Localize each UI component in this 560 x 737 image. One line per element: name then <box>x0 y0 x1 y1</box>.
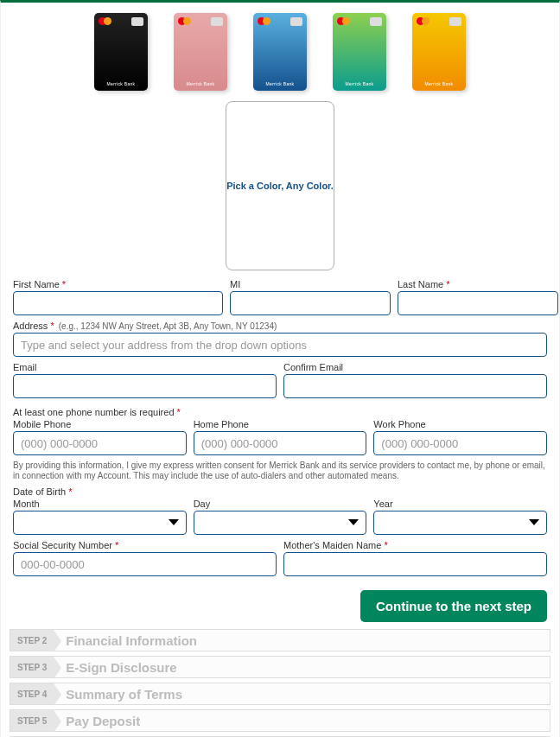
address-label: Address * (e.g., 1234 NW Any Street, Apt… <box>13 321 547 331</box>
mastercard-icon <box>337 17 350 25</box>
work-phone-label: Work Phone <box>373 419 547 429</box>
card-option-orange[interactable]: Merrick Bank <box>412 13 466 91</box>
card-bank-label: Merrick Bank <box>253 81 307 86</box>
ssn-label: Social Security Number * <box>13 540 277 550</box>
card-option-pink[interactable]: Merrick Bank <box>174 13 227 91</box>
confirm-email-input[interactable] <box>283 374 547 398</box>
card-bank-label: Merrick Bank <box>174 81 227 86</box>
year-label: Year <box>373 499 547 509</box>
mastercard-icon <box>417 17 430 25</box>
step-tag: STEP 5 <box>10 710 54 731</box>
day-label: Day <box>194 499 367 509</box>
home-phone-input[interactable] <box>194 431 367 455</box>
last-name-input[interactable] <box>398 291 558 315</box>
step-pay-deposit[interactable]: STEP 5 Pay Deposit <box>10 709 550 732</box>
mobile-phone-input[interactable] <box>13 431 187 455</box>
step-title: Summary of Terms <box>66 687 182 702</box>
card-preview-placeholder: Pick a Color, Any Color. <box>226 101 334 270</box>
card-option-blue[interactable]: Merrick Bank <box>253 13 307 91</box>
card-color-options: Merrick Bank Merrick Bank Merrick Bank M… <box>1 3 559 98</box>
card-bank-label: Merrick Bank <box>333 81 386 86</box>
confirm-email-label: Confirm Email <box>283 362 547 372</box>
card-option-black[interactable]: Merrick Bank <box>94 13 148 91</box>
email-label: Email <box>13 362 277 372</box>
consent-note: By providing this information, I give my… <box>13 461 547 481</box>
home-phone-label: Home Phone <box>194 419 367 429</box>
step-title: Pay Deposit <box>66 714 140 728</box>
month-select[interactable] <box>13 511 187 535</box>
ssn-input[interactable] <box>13 552 277 576</box>
card-bank-label: Merrick Bank <box>94 81 148 86</box>
last-name-label: Last Name * <box>398 279 558 289</box>
step-financial-information[interactable]: STEP 2 Financial Information <box>10 629 550 651</box>
step-tag: STEP 4 <box>10 683 54 704</box>
step-title: E-Sign Disclosure <box>66 660 176 675</box>
work-phone-input[interactable] <box>373 431 547 455</box>
personal-info-form: First Name * MI Last Name * Suffix Addre… <box>1 279 559 576</box>
continue-button[interactable]: Continue to the next step <box>360 590 547 622</box>
step-title: Financial Information <box>66 633 197 648</box>
address-input[interactable] <box>13 333 547 357</box>
card-bank-label: Merrick Bank <box>412 81 466 86</box>
step-esign-disclosure[interactable]: STEP 3 E-Sign Disclosure <box>10 656 550 678</box>
month-label: Month <box>13 499 187 509</box>
chip-icon <box>211 17 223 26</box>
chip-icon <box>131 17 143 26</box>
chip-icon <box>370 17 382 26</box>
step-tag: STEP 3 <box>10 657 54 677</box>
dob-label: Date of Birth * <box>13 486 547 497</box>
chip-icon <box>290 17 302 26</box>
step-summary-of-terms[interactable]: STEP 4 Summary of Terms <box>10 683 550 705</box>
mastercard-icon <box>178 17 191 25</box>
mi-label: MI <box>230 279 391 289</box>
mi-input[interactable] <box>230 291 391 315</box>
mmn-input[interactable] <box>283 552 547 576</box>
steps-nav: STEP 2 Financial Information STEP 3 E-Si… <box>1 629 559 737</box>
mastercard-icon <box>258 17 270 25</box>
chip-icon <box>449 17 461 26</box>
first-name-label: First Name * <box>13 279 223 289</box>
day-select[interactable] <box>194 511 367 535</box>
step-tag: STEP 2 <box>10 630 54 651</box>
phone-required-note: At least one phone number is required * <box>13 407 547 417</box>
mobile-phone-label: Mobile Phone <box>13 419 187 429</box>
card-option-green[interactable]: Merrick Bank <box>333 13 386 91</box>
first-name-input[interactable] <box>13 291 223 315</box>
mastercard-icon <box>99 17 111 25</box>
year-select[interactable] <box>373 511 547 535</box>
card-preview: Pick a Color, Any Color. <box>1 98 559 279</box>
email-input[interactable] <box>13 374 277 398</box>
mmn-label: Mother's Maiden Name * <box>283 540 547 550</box>
